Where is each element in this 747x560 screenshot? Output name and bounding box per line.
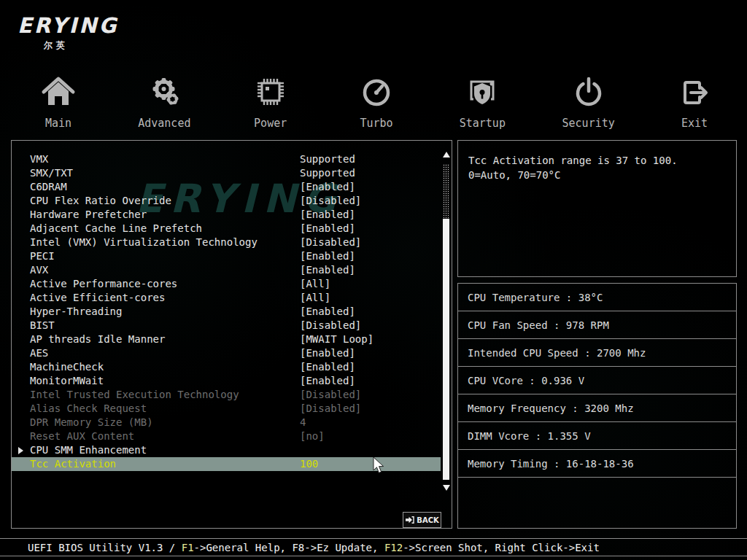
- power-symbol-icon: [552, 74, 625, 112]
- setting-value: [Enabled]: [300, 208, 355, 222]
- tab-label: Power: [234, 117, 307, 130]
- setting-value: [Enabled]: [300, 180, 355, 194]
- setting-label: VMX: [30, 152, 48, 166]
- setting-value: [Disabled]: [300, 402, 361, 416]
- tab-main[interactable]: Main: [22, 74, 95, 130]
- brand-subtitle: 尔英: [44, 39, 118, 52]
- back-arrow-icon: [405, 516, 414, 524]
- setting-label: Active Efficient-cores: [30, 291, 165, 305]
- status-hotkey: F1: [182, 542, 194, 553]
- settings-row[interactable]: SMX/TXTSupported: [12, 166, 452, 180]
- settings-row[interactable]: AP threads Idle Manner[MWAIT Loop]: [12, 332, 452, 346]
- settings-row[interactable]: Adjacent Cache Line Prefetch[Enabled]: [12, 222, 452, 236]
- settings-row[interactable]: AES[Enabled]: [12, 346, 452, 360]
- tab-advanced[interactable]: Advanced: [128, 74, 201, 130]
- settings-row[interactable]: Alias Check Request[Disabled]: [12, 402, 452, 416]
- tab-power[interactable]: Power: [234, 74, 307, 130]
- triangle-up-icon: [443, 152, 450, 158]
- settings-row[interactable]: PECI[Enabled]: [12, 249, 452, 263]
- setting-label: Adjacent Cache Line Prefetch: [30, 222, 202, 236]
- hw-info-row: CPU Temperature : 38°C: [458, 284, 736, 311]
- status-hotkey: F12: [384, 542, 403, 553]
- setting-label: DPR Memory Size (MB): [30, 416, 153, 429]
- settings-row[interactable]: MachineCheck[Enabled]: [12, 360, 452, 374]
- settings-row[interactable]: Hardware Prefetcher[Enabled]: [12, 208, 452, 222]
- submenu-arrow-icon: [18, 447, 23, 454]
- setting-label: AP threads Idle Manner: [30, 332, 165, 346]
- hw-info-row: CPU Fan Speed : 978 RPM: [458, 311, 736, 339]
- settings-row[interactable]: Active Efficient-cores[All]: [12, 291, 452, 305]
- settings-row[interactable]: VMXSupported: [12, 152, 452, 166]
- settings-row[interactable]: AVX[Enabled]: [12, 263, 452, 277]
- scroll-up-button[interactable]: [442, 149, 450, 160]
- settings-row[interactable]: Reset AUX Content[no]: [12, 429, 452, 443]
- settings-row[interactable]: BIST[Disabled]: [12, 319, 452, 332]
- setting-label: CPU Flex Ratio Override: [30, 194, 171, 208]
- hw-info-row: DIMM Vcore : 1.355 V: [458, 422, 736, 450]
- status-text: UEFI BIOS Utility V1.3 /: [28, 542, 182, 553]
- setting-label: AVX: [30, 263, 48, 277]
- setting-label: AES: [30, 346, 48, 360]
- settings-row[interactable]: Intel Trusted Execution Technology[Disab…: [12, 388, 452, 402]
- tab-turbo[interactable]: Turbo: [340, 74, 413, 130]
- help-text: Tcc Activation range is 37 to 100. 0=Aut…: [458, 141, 736, 195]
- setting-label: Tcc Activation: [30, 457, 116, 471]
- setting-value: 100: [300, 457, 318, 471]
- setting-value: Supported: [300, 166, 355, 180]
- settings-row[interactable]: Hyper-Threading[Enabled]: [12, 305, 452, 319]
- hw-info-row: Intended CPU Speed : 2700 Mhz: [458, 339, 736, 367]
- scroll-track[interactable]: [443, 164, 449, 219]
- setting-label: CPU SMM Enhancement: [30, 443, 147, 457]
- settings-row[interactable]: CPU Flex Ratio Override[Disabled]: [12, 194, 452, 208]
- triangle-down-icon: [443, 485, 450, 491]
- setting-value: [no]: [300, 429, 325, 443]
- shield-lock-icon: [446, 74, 519, 112]
- tab-exit[interactable]: Exit: [658, 74, 731, 130]
- setting-value: [Disabled]: [300, 236, 361, 249]
- exit-icon: [658, 74, 731, 112]
- back-button[interactable]: BACK: [403, 512, 441, 528]
- settings-panel: ERYING VMXSupportedSMX/TXTSupportedC6DRA…: [11, 140, 452, 529]
- setting-label: Hyper-Threading: [30, 305, 122, 319]
- setting-value: [Enabled]: [300, 346, 355, 360]
- tab-label: Advanced: [128, 117, 201, 130]
- gauge-icon: [340, 74, 413, 112]
- settings-row[interactable]: CPU SMM Enhancement: [12, 443, 452, 457]
- settings-row[interactable]: Tcc Activation100: [12, 457, 441, 471]
- hardware-info-rows: CPU Temperature : 38°CCPU Fan Speed : 97…: [458, 284, 736, 478]
- settings-row[interactable]: MonitorMWait[Enabled]: [12, 374, 452, 388]
- tab-label: Main: [22, 117, 95, 130]
- setting-value: [Enabled]: [300, 360, 355, 374]
- hw-info-row: CPU VCore : 0.936 V: [458, 367, 736, 394]
- setting-label: PECI: [30, 249, 55, 263]
- setting-label: BIST: [30, 319, 55, 332]
- settings-row[interactable]: Active Performance-cores[All]: [12, 277, 452, 291]
- home-icon: [22, 74, 95, 112]
- chip-icon: [234, 74, 307, 112]
- back-button-label: BACK: [417, 516, 438, 524]
- settings-row[interactable]: Intel (VMX) Virtualization Technology[Di…: [12, 236, 452, 249]
- setting-value: [Enabled]: [300, 249, 355, 263]
- scroll-down-button[interactable]: [442, 483, 450, 493]
- tab-label: Exit: [658, 117, 731, 130]
- setting-label: MachineCheck: [30, 360, 104, 374]
- setting-value: [Disabled]: [300, 194, 361, 208]
- brand-name: ERYING: [18, 13, 118, 38]
- settings-row[interactable]: DPR Memory Size (MB)4: [12, 416, 452, 429]
- scroll-thumb[interactable]: [443, 219, 449, 480]
- setting-label: Active Performance-cores: [30, 277, 177, 291]
- tab-startup[interactable]: Startup: [446, 74, 519, 130]
- tab-label: Security: [552, 117, 625, 130]
- settings-row[interactable]: C6DRAM[Enabled]: [12, 180, 452, 194]
- tab-security[interactable]: Security: [552, 74, 625, 130]
- setting-value: [Enabled]: [300, 263, 355, 277]
- status-text: ->General Help, F8->Ez Update,: [194, 542, 384, 553]
- setting-value: 4: [300, 416, 306, 429]
- status-bar: UEFI BIOS Utility V1.3 / F1->General Hel…: [0, 538, 747, 556]
- setting-value: [MWAIT Loop]: [300, 332, 374, 346]
- setting-label: Intel Trusted Execution Technology: [30, 388, 239, 402]
- settings-rows: VMXSupportedSMX/TXTSupportedC6DRAM[Enabl…: [12, 152, 452, 471]
- setting-value: [Disabled]: [300, 388, 361, 402]
- brand-logo: ERYING 尔英: [18, 13, 118, 52]
- setting-label: Hardware Prefetcher: [30, 208, 147, 222]
